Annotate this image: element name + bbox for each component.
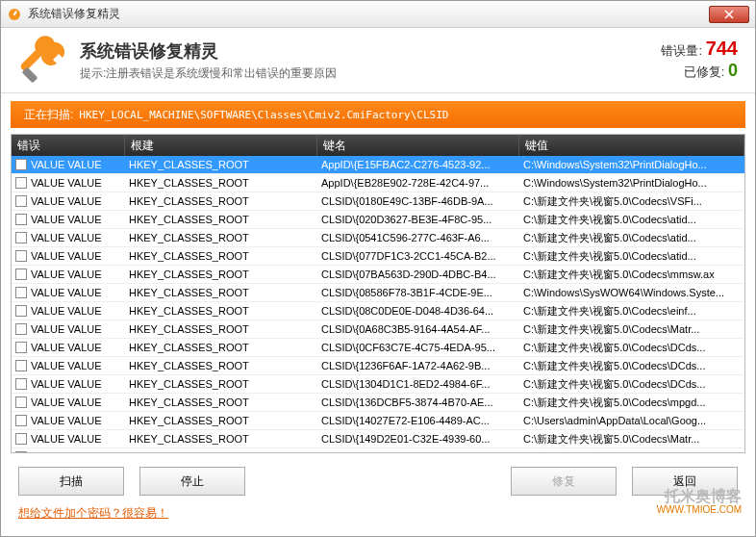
cell-value: C:\Windows\System32\PrintDialogHo... bbox=[519, 159, 744, 170]
cell-key: CLSID\{149D2E01-C32E-4939-60... bbox=[317, 433, 519, 445]
table-row[interactable]: VALUE VALUEHKEY_CLASSES_ROOTCLSID\{0180E… bbox=[12, 192, 744, 211]
row-checkbox[interactable] bbox=[15, 268, 27, 280]
cell-error: VALUE VALUE bbox=[31, 360, 102, 371]
cell-root: HKEY_CLASSES_ROOT bbox=[125, 396, 317, 408]
col-root[interactable]: 根建 bbox=[125, 135, 317, 156]
header-subtitle: 提示:注册表错误是系统缓慢和常出错误的重要原因 bbox=[80, 65, 661, 82]
table-row[interactable]: VALUE VALUEHKEY_CLASSES_ROOTCLSID\{08586… bbox=[12, 284, 744, 302]
cell-value: C:\新建文件夹\视窗5.0\Codecs\Matr... bbox=[519, 432, 744, 447]
row-checkbox[interactable] bbox=[15, 378, 27, 390]
row-checkbox[interactable] bbox=[15, 159, 27, 170]
cell-error: VALUE VALUE bbox=[31, 214, 102, 225]
row-checkbox[interactable] bbox=[15, 433, 27, 445]
cell-value: C:\新建文件夹\视窗5.0\Codecs\Matr... bbox=[519, 322, 744, 337]
cell-value: C:\Users\admin\AppData\Local\Goog... bbox=[519, 415, 744, 426]
table-row[interactable]: VALUE VALUEHKEY_CLASSES_ROOTCLSID\{08C0D… bbox=[12, 302, 744, 320]
cell-key: AppID\{E15FBAC2-C276-4523-92... bbox=[317, 159, 519, 170]
cell-error: VALUE VALUE bbox=[31, 159, 102, 170]
table-row[interactable]: VALUE VALUEHKEY_CLASSES_ROOTCLSID\{0A68C… bbox=[12, 320, 744, 339]
cell-error: VALUE VALUE bbox=[31, 268, 102, 280]
cell-value: C:\新建文件夹\视窗5.0\Codecs\DCds... bbox=[519, 359, 744, 373]
cell-error: VALUE VALUE bbox=[31, 323, 102, 335]
cell-root: HKEY_CLASSES_ROOT bbox=[125, 195, 317, 207]
cell-error: VALUE VALUE bbox=[31, 232, 102, 243]
col-key[interactable]: 键名 bbox=[317, 135, 519, 156]
footer-link[interactable]: 想给文件加个密码？很容易！ bbox=[18, 505, 168, 522]
table-row[interactable]: VALUE VALUEHKEY_CLASSES_ROOTCLSID\{1304D… bbox=[12, 375, 744, 394]
cell-root: HKEY_CLASSES_ROOT bbox=[125, 268, 317, 280]
cell-value: C:\新建文件夹\视窗5.0\Codecs\atid... bbox=[519, 249, 744, 264]
cell-key: CLSID\{0541C596-277C-463F-A6... bbox=[317, 232, 519, 243]
row-checkbox[interactable] bbox=[15, 323, 27, 335]
table-row[interactable]: VALUE VALUEHKEY_CLASSES_ROOTCLSID\{0CF63… bbox=[12, 339, 744, 357]
close-button[interactable] bbox=[709, 6, 749, 23]
cell-error: VALUE VALUE bbox=[31, 177, 102, 189]
row-checkbox[interactable] bbox=[15, 305, 27, 317]
cell-root: HKEY_CLASSES_ROOT bbox=[125, 232, 317, 243]
back-button[interactable]: 返回 bbox=[632, 467, 738, 496]
cell-root: HKEY_CLASSES_ROOT bbox=[125, 378, 317, 390]
cell-key: CLSID\{07BA563D-290D-4DBC-B4... bbox=[317, 268, 519, 280]
cell-value: C:\新建文件夹\视窗5.0\Codecs\DCds... bbox=[519, 377, 744, 392]
cell-root: HKEY_CLASSES_ROOT bbox=[125, 214, 317, 225]
header-title: 系统错误修复精灵 bbox=[80, 39, 661, 63]
table-header: 错误 根建 键名 键值 bbox=[12, 135, 744, 156]
row-checkbox[interactable] bbox=[15, 396, 27, 408]
cell-root: HKEY_CLASSES_ROOT bbox=[125, 433, 317, 445]
cell-error: VALUE VALUE bbox=[31, 305, 102, 317]
row-checkbox[interactable] bbox=[15, 250, 27, 262]
results-table: 错误 根建 键名 键值 VALUE VALUEHKEY_CLASSES_ROOT… bbox=[11, 134, 745, 453]
cell-key: CLSID\{0A68C3B5-9164-4A54-AF... bbox=[317, 323, 519, 335]
table-row[interactable]: VALUE VALUEHKEY_CLASSES_ROOTCLSID\{136DC… bbox=[12, 394, 744, 412]
titlebar: 系统错误修复精灵 bbox=[1, 1, 755, 28]
table-row[interactable]: VALUE VALUEHKEY_CLASSES_ROOTCLSID\{0541C… bbox=[12, 229, 744, 247]
cell-key: AppID\{EB28E902-728E-42C4-97... bbox=[317, 177, 519, 189]
cell-error: VALUE VALUE bbox=[31, 195, 102, 207]
scan-button[interactable]: 扫描 bbox=[18, 467, 124, 496]
cell-error: VALUE VALUE bbox=[31, 396, 102, 408]
cell-key: CLSID\{077DF1C3-2CC1-45CA-B2... bbox=[317, 250, 519, 262]
stats: 错误量: 744 已修复: 0 bbox=[661, 38, 738, 82]
stop-button[interactable]: 停止 bbox=[139, 467, 245, 496]
row-checkbox[interactable] bbox=[15, 287, 27, 298]
row-checkbox[interactable] bbox=[15, 195, 27, 207]
cell-key: CLSID\{0180E49C-13BF-46DB-9A... bbox=[317, 195, 519, 207]
cell-error: VALUE VALUE bbox=[31, 433, 102, 445]
table-row[interactable]: VALUE VALUEHKEY_CLASSES_ROOTAppID\{EB28E… bbox=[12, 174, 744, 192]
cell-key: CLSID\{0CF63C7E-4C75-4EDA-95... bbox=[317, 342, 519, 353]
cell-root: HKEY_CLASSES_ROOT bbox=[125, 250, 317, 262]
cell-key: CLSID\{08C0DE0E-D048-4D36-64... bbox=[317, 305, 519, 317]
cell-root: HKEY_CLASSES_ROOT bbox=[125, 323, 317, 335]
cell-error: VALUE VALUE bbox=[31, 342, 102, 353]
row-checkbox[interactable] bbox=[15, 360, 27, 371]
cell-error: VALUE VALUE bbox=[31, 378, 102, 390]
col-error[interactable]: 错误 bbox=[12, 135, 125, 156]
row-checkbox[interactable] bbox=[15, 342, 27, 353]
row-checkbox[interactable] bbox=[15, 177, 27, 189]
scan-status-bar: 正在扫描: HKEY_LOCAL_MACHINE\SOFTWARE\Classe… bbox=[11, 101, 745, 128]
cell-value: C:\新建文件夹\视窗5.0\Codecs\mpgd... bbox=[519, 396, 744, 410]
row-checkbox[interactable] bbox=[15, 232, 27, 243]
table-row[interactable]: VALUE VALUEHKEY_CLASSES_ROOTAppID\{E15FB… bbox=[12, 156, 744, 174]
table-row[interactable]: VALUE VALUEHKEY_CLASSES_ROOTCLSID\{020D3… bbox=[12, 211, 744, 229]
table-row[interactable]: VALUE VALUEHKEY_CLASSES_ROOTCLSID\{1236F… bbox=[12, 357, 744, 375]
cell-error: VALUE VALUE bbox=[31, 250, 102, 262]
cell-value: C:\新建文件夹\视窗5.0\Codecs\atid... bbox=[519, 231, 744, 245]
cell-root: HKEY_CLASSES_ROOT bbox=[125, 342, 317, 353]
row-checkbox[interactable] bbox=[15, 415, 27, 426]
fix-count: 0 bbox=[728, 61, 738, 80]
col-value[interactable]: 键值 bbox=[519, 135, 744, 156]
app-icon bbox=[7, 7, 22, 22]
cell-error: VALUE VALUE bbox=[31, 415, 102, 426]
table-body[interactable]: VALUE VALUEHKEY_CLASSES_ROOTAppID\{E15FB… bbox=[12, 156, 744, 453]
cell-value: C:\新建文件夹\视窗5.0\Codecs\atid... bbox=[519, 213, 744, 227]
close-icon bbox=[724, 10, 734, 19]
table-row[interactable]: VALUE VALUEHKEY_CLASSES_ROOTCLSID\{07BA5… bbox=[12, 266, 744, 284]
row-checkbox[interactable] bbox=[15, 214, 27, 225]
table-row[interactable]: VALUE VALUEHKEY_CLASSES_ROOTCLSID\{149D2… bbox=[12, 430, 744, 448]
fix-button[interactable]: 修复 bbox=[511, 467, 617, 496]
scan-path: HKEY_LOCAL_MACHINE\SOFTWARE\Classes\Cmiv… bbox=[79, 109, 448, 121]
cell-key: CLSID\{08586F78-3B1F-4CDE-9E... bbox=[317, 287, 519, 298]
table-row[interactable]: VALUE VALUEHKEY_CLASSES_ROOTCLSID\{077DF… bbox=[12, 247, 744, 266]
table-row[interactable]: VALUE VALUEHKEY_CLASSES_ROOTCLSID\{14027… bbox=[12, 412, 744, 430]
